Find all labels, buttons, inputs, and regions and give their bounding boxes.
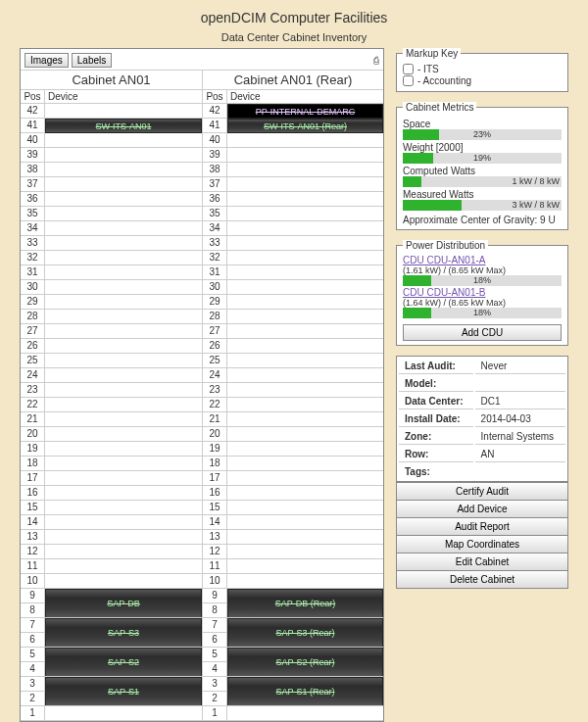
cdu-detail: (1.61 kW) / (8.65 kW Max) [403,265,562,275]
cabinet-slot: 17 [203,471,383,486]
slot-position: 40 [203,133,227,148]
cabinet-slot: 19 [203,442,383,457]
slot-cell [227,427,383,442]
delete-cabinet-button[interactable]: Delete Cabinet [396,571,568,589]
device-sw-its-an01-rear-[interactable]: SW-ITS-AN01 (Rear) [227,119,383,133]
slot-cell [45,633,202,648]
slot-position: 41 [203,119,227,133]
cabinet-slot: 38 [203,163,383,177]
cabinet-slot: 33 [203,236,383,251]
info-label: Tags: [399,464,473,479]
cabinet-slot: 37 [21,177,202,192]
cabinet-panel: Images Labels ⎙ Cabinet AN01PosDevice424… [20,48,384,722]
pos-header: Pos [203,90,227,104]
cabinet-slot: 16 [203,486,383,501]
slot-cell [227,251,383,265]
print-icon[interactable]: ⎙ [373,55,379,66]
cabinet-slot: 16 [21,486,202,501]
slot-position: 35 [21,207,45,221]
slot-position: 33 [21,236,45,251]
slot-position: 6 [21,633,45,648]
slot-cell: SAP-DB [45,589,202,603]
markup-checkbox[interactable] [403,75,414,86]
space-label: Space [403,119,562,129]
slot-position: 17 [203,471,227,486]
cdu-link[interactable]: CDU CDU-AN01-A [403,255,562,265]
slot-position: 24 [21,368,45,383]
cabinet-slot: 9SAP-DB (Rear) [203,589,383,603]
cdu-bar: 18% [403,308,562,318]
info-value: DC1 [475,394,565,409]
slot-cell [45,265,202,280]
slot-position: 1 [203,706,227,721]
slot-position: 16 [203,486,227,501]
slot-cell [45,692,202,706]
cabinet-slot: 22 [203,398,383,412]
add-device-button[interactable]: Add Device [396,501,568,518]
slot-cell [227,412,383,427]
slot-cell [45,221,202,236]
slot-position: 22 [21,398,45,412]
slot-cell [45,486,202,501]
slot-cell: SAP-S1 [45,677,202,692]
slot-cell: PP-INTERNAL-DEMARC [227,104,383,119]
slot-cell [227,457,383,471]
page-subtitle: Data Center Cabinet Inventory [0,31,588,43]
info-row: Zone:Internal Systems [399,429,565,445]
edit-cabinet-button[interactable]: Edit Cabinet [396,554,568,571]
device-pp-internal-demarc[interactable]: PP-INTERNAL-DEMARC [227,104,383,119]
cabinet-slot: 39 [21,148,202,163]
power-distribution-fieldset: Power Distribution CDU CDU-AN01-A(1.61 k… [396,240,568,346]
cabinet-slot: 21 [21,412,202,427]
info-value [475,464,565,479]
cabinet-slot: 7SAP-S3 (Rear) [203,618,383,633]
slot-position: 23 [203,383,227,398]
slot-cell [227,163,383,177]
slot-position: 22 [203,398,227,412]
slot-cell [45,280,202,295]
slot-cell [45,354,202,368]
slot-cell [45,501,202,515]
slot-position: 35 [203,207,227,221]
certify-audit-button[interactable]: Certify Audit [396,482,568,501]
device-sw-its-an01[interactable]: SW-ITS-AN01 [45,119,202,133]
slot-position: 24 [203,368,227,383]
slot-cell [227,603,383,618]
cabinet-toolbar: Images Labels ⎙ [21,51,383,70]
markup-checkbox[interactable] [403,64,414,74]
slot-position: 29 [21,295,45,310]
slot-position: 29 [203,295,227,310]
info-row: Data Center:DC1 [399,394,565,409]
cdu-link[interactable]: CDU CDU-AN01-B [403,287,562,298]
info-value: 2014-04-03 [475,411,565,427]
slot-position: 4 [21,662,45,677]
images-button[interactable]: Images [24,53,69,68]
slot-cell [227,545,383,559]
labels-button[interactable]: Labels [72,53,112,68]
map-coordinates-button[interactable]: Map Coordinates [396,536,568,554]
cabinet-slot: 34 [21,221,202,236]
cabinet-slot: 32 [21,251,202,265]
cabinet-slot: 22 [21,398,202,412]
computed-label: Computed Watts [403,166,562,176]
info-row: Row:AN [399,447,565,462]
cabinet-slot: 6 [21,633,202,648]
slot-position: 21 [21,412,45,427]
cdu-bar: 18% [403,275,562,286]
slot-position: 19 [21,442,45,457]
cabinet-slot: 15 [203,501,383,515]
slot-cell [45,368,202,383]
slot-cell [45,603,202,618]
add-cdu-button[interactable]: Add CDU [403,324,562,341]
slot-cell [227,295,383,310]
slot-position: 13 [21,530,45,545]
slot-position: 30 [203,280,227,295]
cabinet-slot: 11 [203,559,383,574]
cabinet-slot: 27 [203,324,383,339]
slot-position: 6 [203,633,227,648]
cabinet-slot: 8 [203,603,383,618]
info-label: Model: [399,376,473,392]
audit-report-button[interactable]: Audit Report [396,518,568,536]
cabinet-slot: 42PP-INTERNAL-DEMARC [203,104,383,119]
slot-cell [227,265,383,280]
